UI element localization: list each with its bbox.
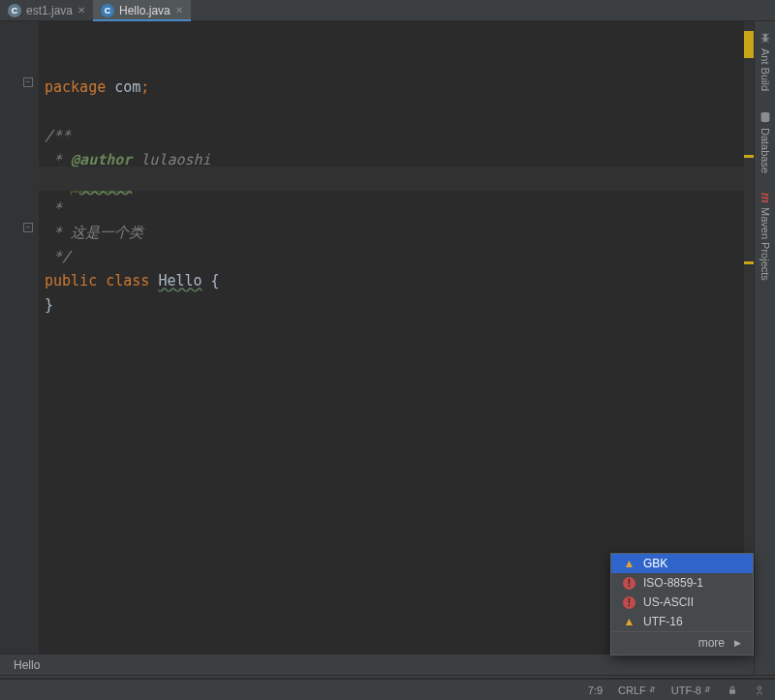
warning-icon: ▲ <box>623 557 636 570</box>
warning-marker[interactable] <box>744 155 754 158</box>
fold-toggle-icon[interactable]: − <box>23 223 33 232</box>
inspector-icon <box>754 685 765 696</box>
fold-toggle-icon[interactable]: − <box>23 77 33 87</box>
encoding-option-gbk[interactable]: ▲ GBK <box>611 554 753 573</box>
close-icon[interactable]: ✕ <box>175 5 183 15</box>
warning-marker[interactable] <box>744 261 754 264</box>
java-class-icon: C <box>101 4 114 17</box>
hector-icon[interactable] <box>754 685 765 696</box>
encoding-option-iso[interactable]: ! ISO-8859-1 <box>611 573 753 593</box>
current-line-highlight <box>39 167 744 191</box>
tab-label: Hello.java <box>119 4 170 17</box>
encoding-popup: ▲ GBK ! ISO-8859-1 ! US-ASCII ▲ UTF-16 m… <box>610 553 754 655</box>
tool-window-database[interactable]: Database <box>759 107 772 177</box>
editor-tabstrip: C est1.java ✕ C Hello.java ✕ <box>0 0 775 21</box>
chevron-right-icon: ▶ <box>734 638 741 648</box>
tool-window-maven[interactable]: m Maven Projects <box>759 189 772 285</box>
readonly-toggle[interactable] <box>727 685 738 696</box>
database-icon <box>759 110 772 124</box>
tool-window-ant[interactable]: Ant Build <box>759 27 772 95</box>
svg-point-0 <box>763 33 767 37</box>
tab-label: est1.java <box>26 4 73 17</box>
maven-icon: m <box>759 193 772 203</box>
close-icon[interactable]: ✕ <box>78 5 85 15</box>
encoding-option-ascii[interactable]: ! US-ASCII <box>611 593 753 612</box>
svg-point-4 <box>758 685 761 689</box>
error-icon: ! <box>623 577 636 590</box>
error-icon: ! <box>623 596 636 609</box>
file-encoding[interactable]: UTF-8 ⇵ <box>671 685 711 696</box>
lock-icon <box>727 685 738 696</box>
gutter[interactable]: − − <box>0 21 39 654</box>
right-tool-strip: Ant Build Database m Maven Projects <box>754 21 775 675</box>
ide-window: C est1.java ✕ C Hello.java ✕ − − package… <box>0 0 775 700</box>
encoding-more[interactable]: more ▶ <box>611 631 753 654</box>
status-bar: 7:9 CRLF ⇵ UTF-8 ⇵ <box>0 679 775 700</box>
tab-est1[interactable]: C est1.java ✕ <box>0 0 93 20</box>
warning-icon: ▲ <box>623 615 636 628</box>
chevron-up-down-icon: ⇵ <box>649 685 656 694</box>
encoding-option-utf16[interactable]: ▲ UTF-16 <box>611 612 753 631</box>
line-separator[interactable]: CRLF ⇵ <box>618 685 656 696</box>
svg-rect-3 <box>729 689 735 694</box>
ant-icon <box>759 31 772 45</box>
breadcrumb-item[interactable]: Hello <box>14 658 40 672</box>
chevron-up-down-icon: ⇵ <box>704 685 711 694</box>
svg-point-1 <box>762 37 767 42</box>
breadcrumb[interactable]: Hello <box>0 654 754 675</box>
tab-hello[interactable]: C Hello.java ✕ <box>93 0 191 20</box>
caret-position[interactable]: 7:9 <box>588 685 603 696</box>
java-file-icon: C <box>8 4 21 17</box>
warning-marker[interactable] <box>744 31 754 58</box>
